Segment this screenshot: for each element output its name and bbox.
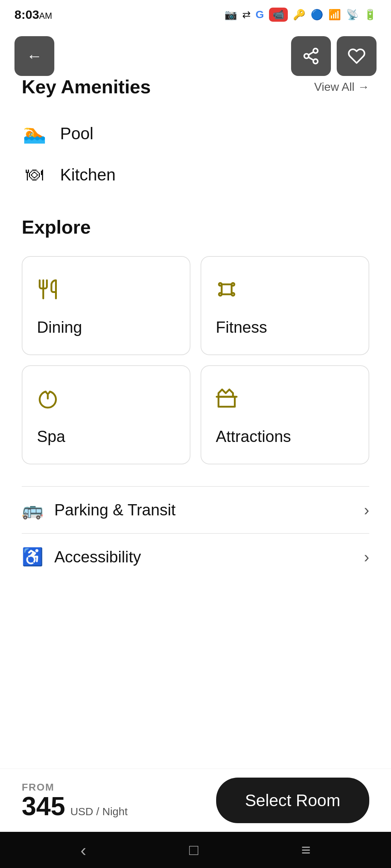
pool-label: Pool [60,124,93,143]
kitchen-icon: 🍽 [22,165,47,184]
parking-label: Parking & Transit [54,501,176,519]
attractions-icon [216,388,237,414]
price-row: 345 USD / Night [22,793,128,819]
svg-point-8 [232,293,235,296]
status-icons: 📷 ⇄ G 📹 🔑 🔵 📶 📡 🔋 [224,8,377,22]
amenity-pool: 🏊 Pool [22,112,369,154]
dining-label: Dining [37,318,82,336]
share-icon [302,47,320,65]
price-section: FROM 345 USD / Night [22,782,128,819]
favorite-button[interactable] [337,36,377,76]
svg-line-3 [308,57,314,60]
nav-back-icon[interactable]: ‹ [80,840,86,860]
pool-icon: 🏊 [22,122,47,144]
svg-point-6 [232,283,235,286]
fitness-icon [216,278,237,305]
parking-icon: 🚌 [22,500,43,520]
spa-label: Spa [37,427,65,446]
google-icon: G [256,8,264,21]
parking-row[interactable]: 🚌 Parking & Transit › [22,486,369,533]
svg-point-5 [219,283,222,286]
status-bar: 8:03AM 📷 ⇄ G 📹 🔑 🔵 📶 📡 🔋 [0,0,391,29]
parking-chevron-icon: › [364,501,369,519]
amenity-kitchen: 🍽 Kitchen [22,154,369,195]
bluetooth-icon: 🔵 [311,9,323,21]
main-content: Key Amenities View All → 🏊 Pool 🍽 Kitche… [0,29,391,580]
spa-icon [37,388,59,414]
svg-point-7 [219,293,222,296]
status-time: 8:03AM [14,8,52,22]
attractions-card[interactable]: Attractions [201,365,369,464]
key-icon: 🔑 [293,9,306,21]
share-button[interactable] [291,36,331,76]
overlay-buttons: ← [0,29,391,83]
back-arrow-icon: ← [26,48,42,64]
recording-icon: 📹 [269,8,288,22]
parking-left: 🚌 Parking & Transit [22,500,176,520]
fitness-label: Fitness [216,318,267,336]
video-icon: 📷 [224,9,237,21]
price-unit: USD / Night [70,805,127,818]
action-buttons [291,36,377,76]
svg-line-4 [308,52,314,55]
attractions-label: Attractions [216,427,291,446]
dining-icon [37,278,59,305]
select-room-button[interactable]: Select Room [216,778,369,823]
accessibility-chevron-icon: › [364,548,369,566]
data-icon: ⇄ [242,9,251,21]
explore-title: Explore [22,216,369,238]
nav-home-icon[interactable]: □ [189,841,198,859]
fitness-card[interactable]: Fitness [201,256,369,355]
kitchen-label: Kitchen [60,165,115,184]
nav-menu-icon[interactable]: ≡ [301,841,311,859]
bottom-bar: FROM 345 USD / Night Select Room [0,769,391,832]
heart-icon [348,47,366,65]
nav-bar: ‹ □ ≡ [0,832,391,868]
svg-rect-9 [219,397,235,407]
signal-icon: 📶 [328,9,341,21]
accessibility-label: Accessibility [54,548,141,566]
accessibility-row[interactable]: ♿ Accessibility › [22,533,369,580]
spa-card[interactable]: Spa [22,365,190,464]
wifi-icon: 📡 [346,9,359,21]
dining-card[interactable]: Dining [22,256,190,355]
battery-icon: 🔋 [364,9,377,21]
explore-grid: Dining Fitness Spa [22,256,369,464]
accessibility-left: ♿ Accessibility [22,547,141,567]
price-amount: 345 [22,793,65,819]
back-button[interactable]: ← [14,36,54,76]
accessibility-icon: ♿ [22,547,43,567]
